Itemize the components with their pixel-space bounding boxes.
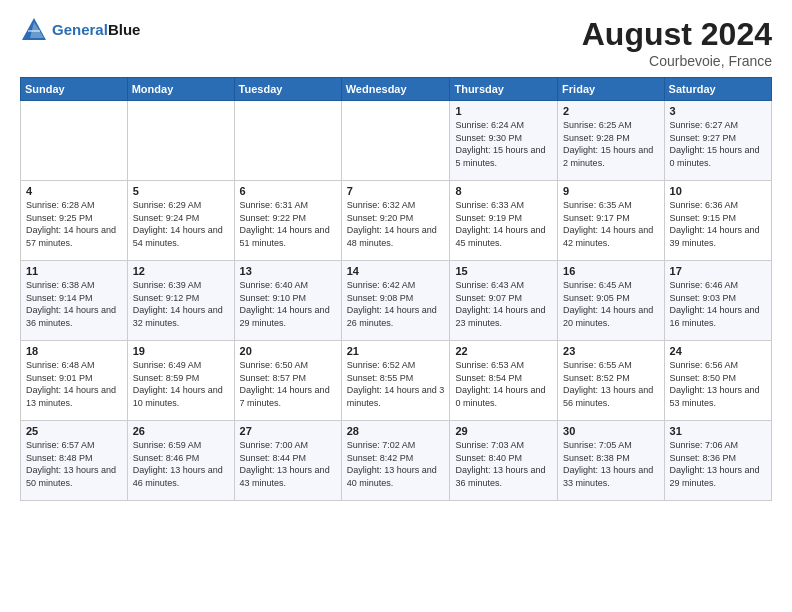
day-detail: Sunrise: 7:02 AMSunset: 8:42 PMDaylight:…	[347, 439, 445, 489]
day-number: 10	[670, 185, 766, 197]
day-detail: Sunrise: 6:25 AMSunset: 9:28 PMDaylight:…	[563, 119, 658, 169]
day-detail: Sunrise: 6:31 AMSunset: 9:22 PMDaylight:…	[240, 199, 336, 249]
calendar-cell	[234, 101, 341, 181]
logo: GeneralBlue	[20, 16, 140, 44]
day-detail: Sunrise: 6:40 AMSunset: 9:10 PMDaylight:…	[240, 279, 336, 329]
calendar-cell	[21, 101, 128, 181]
day-number: 9	[563, 185, 658, 197]
calendar-cell: 1Sunrise: 6:24 AMSunset: 9:30 PMDaylight…	[450, 101, 558, 181]
week-row-5: 25Sunrise: 6:57 AMSunset: 8:48 PMDayligh…	[21, 421, 772, 501]
calendar-cell: 11Sunrise: 6:38 AMSunset: 9:14 PMDayligh…	[21, 261, 128, 341]
day-detail: Sunrise: 6:38 AMSunset: 9:14 PMDaylight:…	[26, 279, 122, 329]
col-wednesday: Wednesday	[341, 78, 450, 101]
day-detail: Sunrise: 7:06 AMSunset: 8:36 PMDaylight:…	[670, 439, 766, 489]
day-detail: Sunrise: 6:39 AMSunset: 9:12 PMDaylight:…	[133, 279, 229, 329]
day-detail: Sunrise: 6:24 AMSunset: 9:30 PMDaylight:…	[455, 119, 552, 169]
calendar-cell: 29Sunrise: 7:03 AMSunset: 8:40 PMDayligh…	[450, 421, 558, 501]
week-row-1: 1Sunrise: 6:24 AMSunset: 9:30 PMDaylight…	[21, 101, 772, 181]
day-detail: Sunrise: 6:29 AMSunset: 9:24 PMDaylight:…	[133, 199, 229, 249]
day-number: 21	[347, 345, 445, 357]
calendar-cell: 7Sunrise: 6:32 AMSunset: 9:20 PMDaylight…	[341, 181, 450, 261]
calendar-cell: 30Sunrise: 7:05 AMSunset: 8:38 PMDayligh…	[558, 421, 664, 501]
day-number: 12	[133, 265, 229, 277]
calendar-table: Sunday Monday Tuesday Wednesday Thursday…	[20, 77, 772, 501]
day-number: 20	[240, 345, 336, 357]
day-detail: Sunrise: 6:43 AMSunset: 9:07 PMDaylight:…	[455, 279, 552, 329]
day-detail: Sunrise: 6:59 AMSunset: 8:46 PMDaylight:…	[133, 439, 229, 489]
calendar-header-row: Sunday Monday Tuesday Wednesday Thursday…	[21, 78, 772, 101]
day-detail: Sunrise: 7:00 AMSunset: 8:44 PMDaylight:…	[240, 439, 336, 489]
col-thursday: Thursday	[450, 78, 558, 101]
day-number: 3	[670, 105, 766, 117]
day-number: 4	[26, 185, 122, 197]
page-header: GeneralBlue August 2024 Courbevoie, Fran…	[20, 16, 772, 69]
col-saturday: Saturday	[664, 78, 771, 101]
day-number: 13	[240, 265, 336, 277]
day-number: 18	[26, 345, 122, 357]
day-number: 30	[563, 425, 658, 437]
calendar-cell: 14Sunrise: 6:42 AMSunset: 9:08 PMDayligh…	[341, 261, 450, 341]
week-row-4: 18Sunrise: 6:48 AMSunset: 9:01 PMDayligh…	[21, 341, 772, 421]
day-detail: Sunrise: 6:57 AMSunset: 8:48 PMDaylight:…	[26, 439, 122, 489]
location-subtitle: Courbevoie, France	[582, 53, 772, 69]
day-detail: Sunrise: 6:45 AMSunset: 9:05 PMDaylight:…	[563, 279, 658, 329]
day-number: 31	[670, 425, 766, 437]
week-row-3: 11Sunrise: 6:38 AMSunset: 9:14 PMDayligh…	[21, 261, 772, 341]
day-detail: Sunrise: 6:50 AMSunset: 8:57 PMDaylight:…	[240, 359, 336, 409]
col-tuesday: Tuesday	[234, 78, 341, 101]
logo-text: GeneralBlue	[52, 21, 140, 39]
day-number: 22	[455, 345, 552, 357]
calendar-cell: 21Sunrise: 6:52 AMSunset: 8:55 PMDayligh…	[341, 341, 450, 421]
calendar-cell: 10Sunrise: 6:36 AMSunset: 9:15 PMDayligh…	[664, 181, 771, 261]
day-number: 6	[240, 185, 336, 197]
calendar-cell: 20Sunrise: 6:50 AMSunset: 8:57 PMDayligh…	[234, 341, 341, 421]
calendar-cell: 3Sunrise: 6:27 AMSunset: 9:27 PMDaylight…	[664, 101, 771, 181]
calendar-cell: 19Sunrise: 6:49 AMSunset: 8:59 PMDayligh…	[127, 341, 234, 421]
day-number: 27	[240, 425, 336, 437]
day-detail: Sunrise: 6:42 AMSunset: 9:08 PMDaylight:…	[347, 279, 445, 329]
calendar-cell: 22Sunrise: 6:53 AMSunset: 8:54 PMDayligh…	[450, 341, 558, 421]
day-detail: Sunrise: 6:53 AMSunset: 8:54 PMDaylight:…	[455, 359, 552, 409]
calendar-cell: 26Sunrise: 6:59 AMSunset: 8:46 PMDayligh…	[127, 421, 234, 501]
calendar-cell: 4Sunrise: 6:28 AMSunset: 9:25 PMDaylight…	[21, 181, 128, 261]
day-number: 15	[455, 265, 552, 277]
calendar-cell: 27Sunrise: 7:00 AMSunset: 8:44 PMDayligh…	[234, 421, 341, 501]
col-friday: Friday	[558, 78, 664, 101]
col-sunday: Sunday	[21, 78, 128, 101]
day-number: 26	[133, 425, 229, 437]
day-detail: Sunrise: 6:35 AMSunset: 9:17 PMDaylight:…	[563, 199, 658, 249]
calendar-cell: 17Sunrise: 6:46 AMSunset: 9:03 PMDayligh…	[664, 261, 771, 341]
day-number: 25	[26, 425, 122, 437]
day-detail: Sunrise: 6:33 AMSunset: 9:19 PMDaylight:…	[455, 199, 552, 249]
day-detail: Sunrise: 7:03 AMSunset: 8:40 PMDaylight:…	[455, 439, 552, 489]
calendar-cell: 24Sunrise: 6:56 AMSunset: 8:50 PMDayligh…	[664, 341, 771, 421]
day-number: 28	[347, 425, 445, 437]
calendar-cell: 15Sunrise: 6:43 AMSunset: 9:07 PMDayligh…	[450, 261, 558, 341]
day-detail: Sunrise: 6:46 AMSunset: 9:03 PMDaylight:…	[670, 279, 766, 329]
day-number: 24	[670, 345, 766, 357]
day-number: 17	[670, 265, 766, 277]
logo-icon	[20, 16, 48, 44]
day-detail: Sunrise: 7:05 AMSunset: 8:38 PMDaylight:…	[563, 439, 658, 489]
day-number: 14	[347, 265, 445, 277]
day-number: 1	[455, 105, 552, 117]
day-number: 11	[26, 265, 122, 277]
day-number: 29	[455, 425, 552, 437]
day-detail: Sunrise: 6:27 AMSunset: 9:27 PMDaylight:…	[670, 119, 766, 169]
calendar-cell: 5Sunrise: 6:29 AMSunset: 9:24 PMDaylight…	[127, 181, 234, 261]
day-detail: Sunrise: 6:49 AMSunset: 8:59 PMDaylight:…	[133, 359, 229, 409]
day-detail: Sunrise: 6:55 AMSunset: 8:52 PMDaylight:…	[563, 359, 658, 409]
day-detail: Sunrise: 6:52 AMSunset: 8:55 PMDaylight:…	[347, 359, 445, 409]
calendar-cell: 31Sunrise: 7:06 AMSunset: 8:36 PMDayligh…	[664, 421, 771, 501]
calendar-cell	[341, 101, 450, 181]
col-monday: Monday	[127, 78, 234, 101]
calendar-cell	[127, 101, 234, 181]
week-row-2: 4Sunrise: 6:28 AMSunset: 9:25 PMDaylight…	[21, 181, 772, 261]
day-number: 16	[563, 265, 658, 277]
day-detail: Sunrise: 6:56 AMSunset: 8:50 PMDaylight:…	[670, 359, 766, 409]
day-detail: Sunrise: 6:48 AMSunset: 9:01 PMDaylight:…	[26, 359, 122, 409]
day-number: 19	[133, 345, 229, 357]
day-number: 23	[563, 345, 658, 357]
calendar-cell: 13Sunrise: 6:40 AMSunset: 9:10 PMDayligh…	[234, 261, 341, 341]
calendar-cell: 16Sunrise: 6:45 AMSunset: 9:05 PMDayligh…	[558, 261, 664, 341]
